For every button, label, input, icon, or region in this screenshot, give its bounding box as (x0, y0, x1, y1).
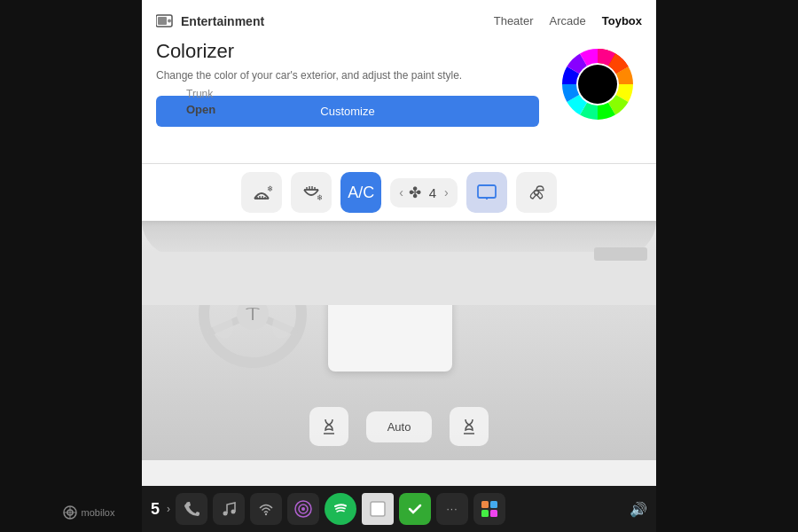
more-taskbar-button[interactable]: ··· (436, 493, 468, 525)
fan-controls: ‹ ✤ 4 › (390, 178, 457, 207)
phone-taskbar-button[interactable] (176, 493, 207, 525)
entertainment-tabs: Theater Arcade Toybox (494, 12, 642, 29)
mobilox-name: mobilox (82, 507, 115, 518)
trunk-label: Trunk Open (186, 87, 215, 118)
svg-point-2 (168, 19, 171, 22)
mobilox-branding: mobilox (18, 497, 160, 528)
entertainment-title: Entertainment (181, 14, 264, 28)
screen-button[interactable] (466, 172, 507, 213)
checkmark-taskbar-button[interactable] (399, 493, 431, 525)
volume-icon[interactable]: 🔊 (630, 501, 647, 518)
control-bar: ❄ ❄ A/C ‹ ✤ 4 › (142, 164, 656, 221)
mobilox-logo-icon (63, 505, 77, 520)
tab-arcade[interactable]: Arcade (550, 12, 586, 29)
svg-rect-38 (490, 510, 497, 517)
tab-toybox[interactable]: Toybox (602, 12, 642, 29)
climate-mode-label: Auto (366, 411, 433, 442)
svg-rect-34 (371, 502, 385, 516)
vent-right (594, 247, 647, 261)
svg-rect-36 (490, 501, 497, 508)
svg-point-29 (231, 510, 236, 514)
left-panel (0, 0, 142, 532)
taskbar: 5 › (142, 486, 656, 532)
entertainment-content: Colorizer Change the color of your car's… (156, 40, 642, 129)
svg-rect-35 (481, 501, 489, 508)
fan-speed: 4 (426, 185, 439, 200)
ac-button[interactable]: A/C (340, 172, 381, 213)
tab-theater[interactable]: Theater (494, 12, 534, 29)
music-taskbar-button[interactable] (213, 493, 245, 525)
dashboard-top (142, 221, 656, 256)
svg-point-30 (265, 513, 267, 515)
fan-increase-button[interactable]: › (444, 185, 449, 200)
defrost-front-button[interactable]: ❄ (241, 172, 282, 213)
trunk-title: Trunk (186, 87, 215, 102)
fan-decrease-button[interactable]: ‹ (399, 185, 403, 200)
apps-taskbar-button[interactable] (473, 493, 505, 525)
entertainment-panel: Entertainment Theater Arcade Toybox Colo… (142, 0, 656, 164)
biohazard-button[interactable] (516, 172, 557, 213)
main-screen: Entertainment Theater Arcade Toybox Colo… (142, 0, 656, 532)
fan-icon: ✤ (409, 184, 421, 202)
svg-rect-1 (158, 17, 167, 25)
climate-controls-row: Auto (142, 407, 656, 446)
speed-arrow[interactable]: › (167, 503, 170, 515)
colorizer-desc: Change the color of your car's exterior,… (156, 68, 539, 83)
svg-point-33 (301, 507, 305, 511)
window-taskbar-button[interactable] (362, 493, 394, 525)
svg-point-3 (578, 65, 617, 104)
svg-point-28 (223, 512, 228, 516)
entertainment-icon (156, 14, 174, 28)
entertainment-title-row: Entertainment (156, 14, 264, 28)
wifi-taskbar-button[interactable] (250, 493, 282, 525)
svg-text:❄: ❄ (267, 184, 272, 193)
svg-rect-37 (481, 510, 489, 517)
defrost-rear-button[interactable]: ❄ (291, 172, 332, 213)
colorizer-title: Colorizer (156, 40, 539, 63)
right-seat-heat-button[interactable] (450, 407, 489, 446)
spotify-taskbar-button[interactable] (325, 493, 356, 525)
trunk-status: Open (186, 102, 215, 118)
taskbar-right: 🔊 (630, 501, 647, 518)
color-wheel (553, 40, 642, 129)
svg-rect-14 (478, 185, 496, 198)
camera-taskbar-button[interactable] (287, 493, 319, 525)
svg-text:❄: ❄ (317, 193, 322, 202)
dashboard-body (142, 252, 656, 305)
car-interior: Auto (142, 221, 656, 460)
left-seat-heat-button[interactable] (309, 407, 348, 446)
right-panel (656, 0, 798, 532)
entertainment-header: Entertainment Theater Arcade Toybox (156, 12, 642, 29)
